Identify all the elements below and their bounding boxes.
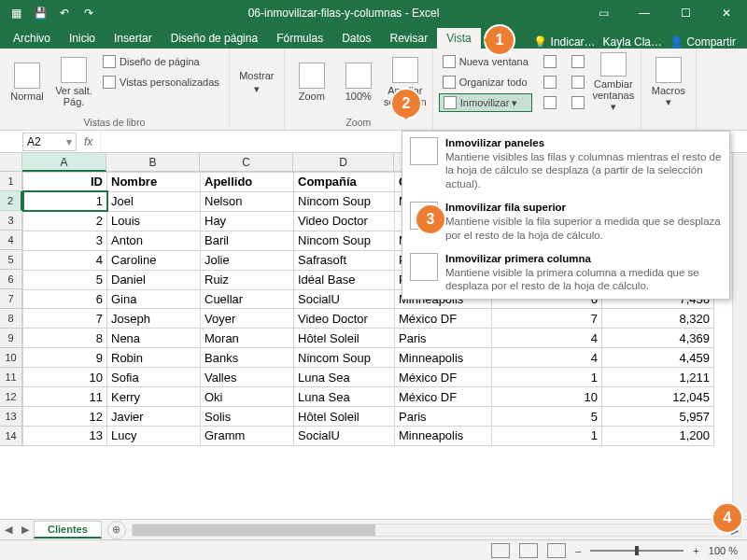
cell-G13[interactable]: 5,957 xyxy=(602,407,714,427)
cell-A11[interactable]: 10 xyxy=(23,368,107,387)
normal-view-button[interactable]: Normal xyxy=(6,52,49,112)
row-header-9[interactable]: 9 xyxy=(0,329,22,348)
row-header-11[interactable]: 11 xyxy=(0,368,22,387)
macros-button[interactable]: Macros ▾ xyxy=(647,52,690,112)
cell-B8[interactable]: Joseph xyxy=(107,309,201,329)
cell-E12[interactable]: México DF xyxy=(395,387,492,407)
row-header-3[interactable]: 3 xyxy=(0,211,22,231)
hide-button[interactable] xyxy=(540,73,560,91)
cell-D7[interactable]: SocialU xyxy=(294,289,395,309)
cell-C5[interactable]: Jolie xyxy=(201,250,294,270)
row-header-14[interactable]: 14 xyxy=(0,427,22,446)
cell-G8[interactable]: 8,320 xyxy=(602,309,714,329)
cell-B4[interactable]: Anton xyxy=(107,231,201,250)
page-break-view-icon[interactable] xyxy=(547,543,566,558)
tab-inicio[interactable]: Inicio xyxy=(60,28,105,49)
cell-A8[interactable]: 7 xyxy=(23,309,107,329)
maximize-icon[interactable]: ☐ xyxy=(665,0,706,26)
column-header-A[interactable]: A xyxy=(22,153,106,172)
row-header-1[interactable]: 1 xyxy=(0,172,22,191)
account-name[interactable]: Kayla Cla… xyxy=(603,35,662,49)
cell-B5[interactable]: Caroline xyxy=(107,250,201,270)
cell-E11[interactable]: México DF xyxy=(395,368,492,387)
horizontal-scrollbar[interactable]: ▶ xyxy=(132,524,741,537)
minimize-icon[interactable]: — xyxy=(624,0,665,26)
cell-E10[interactable]: Minneapolis xyxy=(395,348,492,368)
cell-A4[interactable]: 3 xyxy=(23,231,107,250)
zoom-level[interactable]: 100 % xyxy=(709,545,738,556)
view-side-by-side-button[interactable] xyxy=(568,52,588,71)
show-button[interactable]: Mostrar▾ xyxy=(235,52,278,112)
cell-C14[interactable]: Gramm xyxy=(201,426,294,445)
tab-revisar[interactable]: Revisar xyxy=(381,28,438,49)
cell-D1[interactable]: Compañía xyxy=(294,173,395,192)
cell-F11[interactable]: 1 xyxy=(492,368,602,387)
cell-D10[interactable]: Nincom Soup xyxy=(294,348,395,368)
undo-icon[interactable]: ↶ xyxy=(54,3,75,23)
zoom-in-button[interactable]: + xyxy=(693,545,698,556)
cell-A1[interactable]: ID xyxy=(23,173,107,192)
freeze-panes-item[interactable]: Inmovilizar panelesMantiene visibles las… xyxy=(402,132,729,196)
cell-F9[interactable]: 4 xyxy=(492,329,602,348)
cell-A3[interactable]: 2 xyxy=(23,211,107,231)
cell-B12[interactable]: Kerry xyxy=(107,387,201,407)
cell-G10[interactable]: 4,459 xyxy=(602,348,714,368)
row-header-10[interactable]: 10 xyxy=(0,348,22,368)
vertical-scrollbar[interactable] xyxy=(732,153,747,519)
cell-D4[interactable]: Nincom Soup xyxy=(294,231,395,250)
new-window-button[interactable]: Nueva ventana xyxy=(439,52,532,71)
cell-A13[interactable]: 12 xyxy=(23,407,107,427)
zoom-button[interactable]: Zoom xyxy=(290,52,333,112)
cell-A7[interactable]: 6 xyxy=(23,289,107,309)
row-header-4[interactable]: 4 xyxy=(0,231,22,250)
tab-datos[interactable]: Datos xyxy=(332,28,380,49)
cell-C1[interactable]: Apellido xyxy=(201,173,294,192)
row-header-12[interactable]: 12 xyxy=(0,387,22,407)
add-sheet-button[interactable]: ⊕ xyxy=(107,521,126,539)
fx-icon[interactable]: fx xyxy=(84,135,92,148)
cell-A12[interactable]: 11 xyxy=(23,387,107,407)
freeze-panes-button[interactable]: Inmovilizar ▾ xyxy=(439,93,532,112)
tab-vista[interactable]: Vista xyxy=(437,28,480,49)
arrange-all-button[interactable]: Organizar todo xyxy=(439,73,532,91)
cell-E14[interactable]: Minneapolis xyxy=(395,426,492,445)
cell-C10[interactable]: Banks xyxy=(201,348,294,368)
cell-C12[interactable]: Oki xyxy=(201,387,294,407)
sheet-nav-next[interactable]: ▶ xyxy=(17,524,34,536)
cell-G12[interactable]: 12,045 xyxy=(602,387,714,407)
cell-C4[interactable]: Baril xyxy=(201,231,294,250)
cell-E9[interactable]: Paris xyxy=(395,329,492,348)
tell-me[interactable]: 💡 Indicar… xyxy=(533,35,595,49)
cell-B13[interactable]: Javier xyxy=(107,407,201,427)
page-break-view-button[interactable]: Ver salt. Pág. xyxy=(52,52,95,112)
cell-D13[interactable]: Hôtel Soleil xyxy=(294,407,395,427)
cell-B14[interactable]: Lucy xyxy=(107,426,201,445)
save-icon[interactable]: 💾 xyxy=(30,3,50,23)
cell-B7[interactable]: Gina xyxy=(107,289,201,309)
cell-B11[interactable]: Sofia xyxy=(107,368,201,387)
row-header-13[interactable]: 13 xyxy=(0,407,22,427)
column-header-C[interactable]: C xyxy=(200,153,293,172)
cell-D2[interactable]: Nincom Soup xyxy=(294,191,395,211)
cell-F8[interactable]: 7 xyxy=(492,309,602,329)
row-header-6[interactable]: 6 xyxy=(0,270,22,289)
cell-A2[interactable]: 1 xyxy=(23,191,107,211)
zoom-out-button[interactable]: – xyxy=(575,545,581,556)
cell-C9[interactable]: Moran xyxy=(201,329,294,348)
ribbon-options-icon[interactable]: ▭ xyxy=(583,0,624,26)
sheet-nav-prev[interactable]: ◀ xyxy=(0,524,17,536)
row-header-2[interactable]: 2 xyxy=(0,191,22,211)
cell-A9[interactable]: 8 xyxy=(23,329,107,348)
cell-C3[interactable]: Hay xyxy=(201,211,294,231)
cell-A6[interactable]: 5 xyxy=(23,270,107,289)
row-header-7[interactable]: 7 xyxy=(0,289,22,309)
sheet-tab-clientes[interactable]: Clientes xyxy=(34,521,102,539)
unhide-button[interactable] xyxy=(540,93,560,112)
cell-B6[interactable]: Daniel xyxy=(107,270,201,289)
redo-icon[interactable]: ↷ xyxy=(78,3,99,23)
cell-C8[interactable]: Voyer xyxy=(201,309,294,329)
cell-D3[interactable]: Video Doctor xyxy=(294,211,395,231)
cell-C7[interactable]: Cuellar xyxy=(201,289,294,309)
cell-A10[interactable]: 9 xyxy=(23,348,107,368)
cell-D5[interactable]: Safrasoft xyxy=(294,250,395,270)
